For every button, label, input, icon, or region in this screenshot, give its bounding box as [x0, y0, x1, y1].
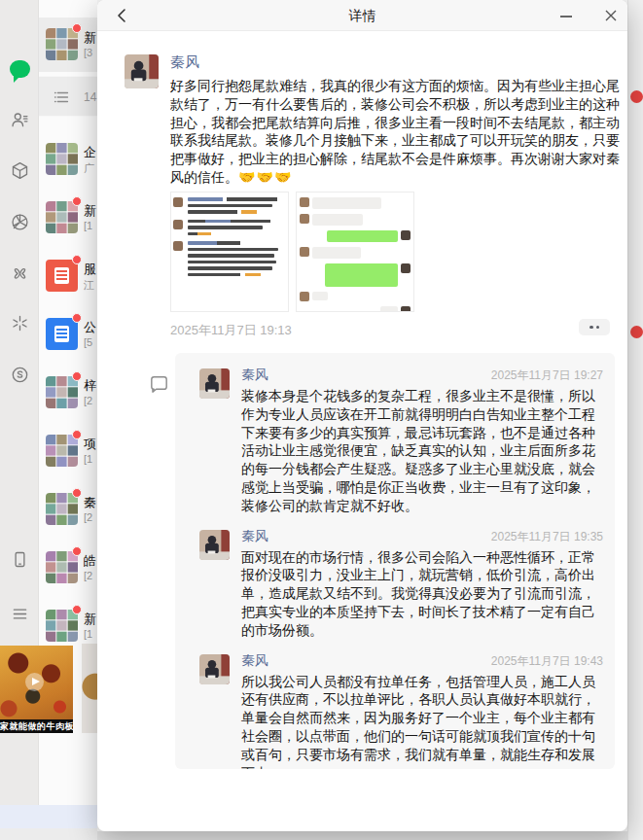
group-avatar: [46, 28, 78, 60]
comment-author-avatar[interactable]: [199, 530, 230, 560]
video-caption: 家就能做的牛肉板面: [0, 719, 73, 733]
group-avatar: [46, 376, 78, 408]
mini-programs-icon[interactable]: [9, 312, 30, 333]
comment-author-name[interactable]: 秦风: [241, 367, 268, 384]
detail-window: 详情 秦风 好多同行抱怨尾款难结，我真的很少有这方面的烦恼。因为有些业主担心尾款…: [97, 0, 627, 831]
comment-author-avatar[interactable]: [199, 368, 230, 399]
official-app-avatar: [46, 318, 78, 350]
chat-list-item[interactable]: 企 广: [39, 132, 97, 187]
chat-list-item[interactable]: 梓 [2: [39, 366, 97, 420]
comment-text: 面对现在的市场行情，很多公司会陷入一种恶性循环，正常报价没吸引力，没业主上门，就…: [241, 548, 603, 640]
handshake-emoji: 🤝🤝🤝: [238, 169, 292, 185]
comments-section: 秦风 2025年11月7日 19:27 装修本身是个花钱多的复杂工程，很多业主不…: [175, 353, 615, 769]
group-avatar: [46, 435, 78, 467]
chat-name: 皓: [84, 552, 96, 570]
unread-badge: [72, 313, 82, 323]
detail-header: 详情: [97, 0, 627, 31]
comment: 秦风 2025年11月7日 19:43 所以我公司人员都没有拉单任务，包括管理人…: [199, 652, 603, 769]
post-image-chat-screenshot-2[interactable]: [296, 192, 414, 312]
comment-time: 2025年11月7日 19:43: [491, 653, 603, 670]
comment-bubble-icon: [148, 373, 170, 396]
menu-icon[interactable]: [9, 603, 30, 624]
chat-preview: [1: [84, 220, 92, 231]
chat-preview: [2: [84, 395, 92, 406]
chat-preview: 江: [84, 278, 94, 293]
unread-badge: [72, 488, 82, 498]
play-icon: [25, 673, 44, 691]
chat-name: 公: [84, 319, 96, 336]
contacts-icon[interactable]: [9, 109, 30, 130]
chat-name: 服: [84, 261, 96, 278]
favorites-box-icon[interactable]: [9, 159, 30, 181]
bottom-grey-strip: [97, 831, 627, 840]
phone-icon[interactable]: [9, 548, 30, 570]
post-text: 好多同行抱怨尾款难结，我真的很少有这方面的烦恼。因为有些业主担心尾款结了，万一有…: [170, 77, 621, 188]
chat-name: 新: [84, 611, 96, 628]
chat-preview: [2: [84, 511, 92, 523]
unread-badge: [630, 326, 643, 338]
folded-count: 14: [84, 90, 96, 104]
chat-list-item[interactable]: 新 [1: [39, 191, 97, 245]
background-window-edge: [627, 0, 643, 840]
comment-author-name[interactable]: 秦风: [241, 528, 268, 545]
search-icon[interactable]: [9, 364, 30, 385]
unread-badge: [72, 255, 82, 264]
chat-name: 梓: [84, 377, 96, 395]
chat-preview: [5: [84, 336, 92, 348]
more-options-button[interactable]: [579, 319, 610, 335]
chat-list-item[interactable]: 皓 [2: [39, 541, 97, 595]
group-avatar: [46, 143, 78, 175]
comment-author-avatar[interactable]: [199, 654, 230, 684]
channels-icon[interactable]: [9, 262, 30, 283]
comment-author-name[interactable]: 秦风: [241, 652, 268, 670]
folded-group-chats-row[interactable]: 14: [39, 76, 97, 117]
chat-list-item[interactable]: 公 [5: [39, 307, 97, 362]
chat-list-item[interactable]: 项 [1: [39, 424, 97, 478]
screen: 新 [3 14 企 广 新 [1 服 江 公 [5 梓: [0, 0, 643, 840]
unread-badge: [72, 546, 82, 556]
comment-time: 2025年11月7日 19:35: [491, 529, 603, 545]
post-timestamp: 2025年11月7日 19:13: [170, 322, 292, 339]
post-author-name[interactable]: 秦风: [170, 53, 199, 72]
service-app-avatar: [46, 260, 78, 292]
page-title: 详情: [97, 8, 627, 25]
chat-list-item[interactable]: 秦 [2: [39, 482, 97, 537]
chat-preview: [1: [84, 628, 92, 640]
bottom-grey-strip-left: [0, 828, 97, 840]
comment: 秦风 2025年11月7日 19:35 面对现在的市场行情，很多公司会陷入一种恶…: [199, 528, 603, 640]
chat-name: 项: [84, 436, 96, 453]
chats-icon[interactable]: [9, 58, 30, 80]
food-video-thumbnail[interactable]: 家就能做的牛肉板面: [0, 646, 73, 733]
moments-aperture-icon[interactable]: [9, 211, 30, 232]
chat-name: 企: [84, 144, 96, 161]
close-icon[interactable]: [603, 8, 619, 23]
unread-badge: [72, 430, 82, 439]
unread-badge: [630, 90, 643, 103]
chat-preview: [1: [84, 453, 92, 465]
post-image-chat-screenshot-1[interactable]: [170, 192, 289, 312]
chat-preview: [3: [84, 47, 92, 58]
comment: 秦风 2025年11月7日 19:27 装修本身是个花钱多的复杂工程，很多业主不…: [199, 367, 603, 515]
comment-text: 所以我公司人员都没有拉单任务，包括管理人员，施工人员还有供应商，不以拉单评比，各…: [241, 673, 603, 769]
chat-name: 秦: [84, 494, 96, 511]
post-author-avatar[interactable]: [125, 54, 159, 88]
unread-badge: [72, 196, 82, 206]
unread-badge: [72, 605, 82, 614]
group-avatar: [46, 551, 78, 583]
comment-time: 2025年11月7日 19:27: [491, 368, 603, 384]
chat-list-item[interactable]: 新 [3: [39, 18, 97, 72]
chat-preview: 广: [84, 161, 94, 176]
comment-text: 装修本身是个花钱多的复杂工程，很多业主不是很懂，所以作为专业人员应该在开工前就得…: [241, 387, 603, 515]
group-avatar: [46, 610, 78, 642]
chat-list-item[interactable]: 服 江: [39, 249, 97, 303]
minimize-icon[interactable]: [558, 8, 574, 23]
chat-name: 新: [84, 202, 96, 220]
unread-badge: [72, 371, 82, 381]
group-avatar: [46, 493, 78, 525]
folded-list-icon: [51, 87, 72, 108]
chat-preview: [2: [84, 570, 92, 581]
chat-name: 新: [84, 29, 96, 47]
group-avatar: [46, 201, 78, 233]
bottom-blue-strip: [0, 805, 97, 828]
unread-badge: [72, 23, 82, 33]
